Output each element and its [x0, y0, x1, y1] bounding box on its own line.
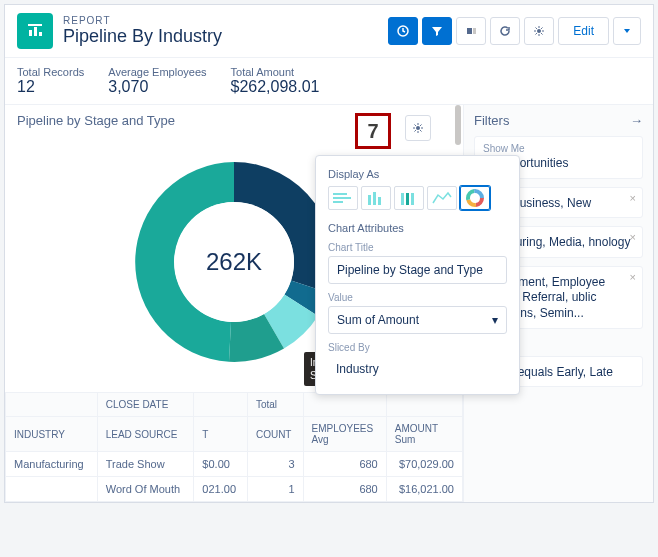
- svg-rect-12: [333, 201, 343, 203]
- chart-title-field-label: Chart Title: [328, 242, 507, 253]
- table-header-row-1: CLOSE DATE Total: [6, 393, 463, 417]
- report-eyebrow: REPORT: [63, 15, 222, 26]
- display-opt-hbar[interactable]: [328, 186, 358, 210]
- chart-area: Pipeline by Stage and Type 7: [5, 105, 463, 392]
- svg-rect-15: [378, 197, 381, 205]
- sliced-by-label: Sliced By: [328, 342, 507, 353]
- header-actions: Edit: [388, 17, 641, 45]
- donut-center-value: 262K: [206, 248, 262, 276]
- left-pane: Pipeline by Stage and Type 7: [5, 105, 463, 502]
- metric-label: Total Amount: [231, 66, 320, 78]
- svg-rect-5: [467, 28, 472, 34]
- refresh-button[interactable]: [490, 17, 520, 45]
- display-opt-stack[interactable]: [394, 186, 424, 210]
- metric-label: Average Employees: [108, 66, 206, 78]
- svg-rect-0: [29, 30, 32, 36]
- col-lead-source[interactable]: LEAD SOURCE: [97, 417, 194, 452]
- svg-rect-17: [406, 193, 409, 205]
- chevron-down-icon: ▾: [492, 313, 498, 327]
- header: REPORT Pipeline By Industry Edit: [5, 5, 653, 57]
- body: Pipeline by Stage and Type 7: [5, 105, 653, 502]
- svg-rect-1: [34, 27, 37, 36]
- sliced-by-value: Industry: [328, 356, 507, 382]
- svg-rect-6: [473, 28, 476, 34]
- table-row[interactable]: Word Of Mouth 021.00 1 680 $16,021.00: [6, 477, 463, 502]
- display-opt-donut[interactable]: [460, 186, 490, 210]
- svg-rect-13: [368, 195, 371, 205]
- close-icon[interactable]: ×: [630, 192, 636, 204]
- svg-rect-14: [373, 192, 376, 205]
- col-total: Total: [247, 393, 303, 417]
- summary-bar: Total Records 12 Average Employees 3,070…: [5, 57, 653, 105]
- svg-rect-11: [333, 197, 351, 199]
- table-row[interactable]: Manufacturing Trade Show $0.00 3 680 $70…: [6, 452, 463, 477]
- chart-settings-popover: Display As Chart Attributes Chart Title …: [315, 155, 520, 395]
- metric-avg-employees: Average Employees 3,070: [108, 66, 206, 96]
- svg-point-8: [416, 126, 420, 130]
- page-title: Pipeline By Industry: [63, 26, 222, 47]
- col-amount[interactable]: AMOUNTSum: [386, 417, 462, 452]
- edit-button[interactable]: Edit: [558, 17, 609, 45]
- svg-point-7: [537, 29, 541, 33]
- metric-total-records: Total Records 12: [17, 66, 84, 96]
- header-left: REPORT Pipeline By Industry: [17, 13, 222, 49]
- display-opt-line[interactable]: [427, 186, 457, 210]
- metric-value: 12: [17, 78, 84, 96]
- col-close-date[interactable]: CLOSE DATE: [97, 393, 194, 417]
- col-count[interactable]: COUNT: [247, 417, 303, 452]
- close-icon[interactable]: ×: [630, 271, 636, 283]
- report-icon: [17, 13, 53, 49]
- scroll-thumb[interactable]: [455, 105, 461, 145]
- chart-settings-button[interactable]: [405, 115, 431, 141]
- metric-total-amount: Total Amount $262,098.01: [231, 66, 320, 96]
- col-industry[interactable]: INDUSTRY: [6, 417, 98, 452]
- metric-value: 3,070: [108, 78, 206, 96]
- value-select[interactable]: Sum of Amount▾: [328, 306, 507, 334]
- filters-heading: Filters →: [474, 113, 643, 128]
- chart-title-input[interactable]: Pipeline by Stage and Type: [328, 256, 507, 284]
- settings-button[interactable]: [524, 17, 554, 45]
- filter-button[interactable]: [422, 17, 452, 45]
- col-employees[interactable]: EMPLOYEESAvg: [303, 417, 386, 452]
- col-t[interactable]: T: [194, 417, 248, 452]
- toggle-button[interactable]: [456, 17, 486, 45]
- display-opt-vbar[interactable]: [361, 186, 391, 210]
- callout-step-7: 7: [355, 113, 391, 149]
- table-header-row-2: INDUSTRY LEAD SOURCE T COUNT EMPLOYEESAv…: [6, 417, 463, 452]
- value-field-label: Value: [328, 292, 507, 303]
- export-button[interactable]: [388, 17, 418, 45]
- metric-value: $262,098.01: [231, 78, 320, 96]
- svg-rect-16: [401, 193, 404, 205]
- display-as-label: Display As: [328, 168, 507, 180]
- svg-rect-3: [28, 24, 42, 26]
- close-icon[interactable]: ×: [630, 231, 636, 243]
- data-table: CLOSE DATE Total INDUSTRY LEAD SOURCE T …: [5, 392, 463, 502]
- report-page: REPORT Pipeline By Industry Edit Total R…: [4, 4, 654, 503]
- chart-attributes-label: Chart Attributes: [328, 222, 507, 234]
- metric-label: Total Records: [17, 66, 84, 78]
- display-as-options: [328, 186, 507, 210]
- edit-dropdown-button[interactable]: [613, 17, 641, 45]
- svg-rect-18: [411, 193, 414, 205]
- svg-rect-2: [39, 32, 42, 36]
- svg-rect-10: [333, 193, 347, 195]
- arrow-right-icon[interactable]: →: [630, 113, 643, 128]
